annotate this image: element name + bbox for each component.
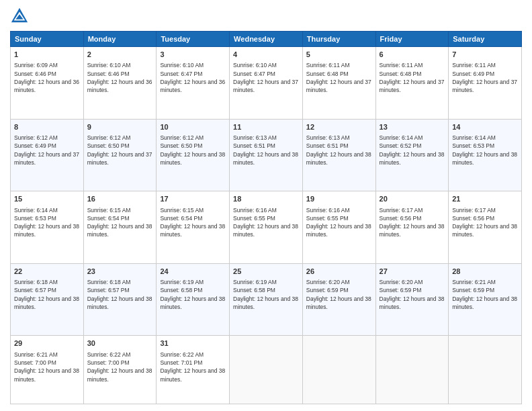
- calendar-cell: 18Sunrise: 6:16 AMSunset: 6:55 PMDayligh…: [230, 191, 303, 264]
- calendar-cell: 16Sunrise: 6:15 AMSunset: 6:54 PMDayligh…: [83, 191, 157, 264]
- calendar-cell: 28Sunrise: 6:21 AMSunset: 6:59 PMDayligh…: [449, 263, 522, 336]
- day-number: 13: [380, 122, 445, 132]
- day-info: Sunrise: 6:16 AMSunset: 6:55 PMDaylight:…: [306, 206, 372, 239]
- day-info: Sunrise: 6:10 AMSunset: 6:47 PMDaylight:…: [160, 61, 226, 94]
- calendar-weekday-tuesday: Tuesday: [157, 32, 230, 47]
- calendar-cell: 31Sunrise: 6:22 AMSunset: 7:01 PMDayligh…: [157, 336, 230, 404]
- day-number: 18: [233, 194, 299, 204]
- day-number: 3: [160, 50, 226, 60]
- calendar-cell: 10Sunrise: 6:12 AMSunset: 6:50 PMDayligh…: [157, 119, 230, 191]
- day-number: 19: [306, 194, 372, 204]
- day-info: Sunrise: 6:12 AMSunset: 6:50 PMDaylight:…: [160, 134, 226, 167]
- day-number: 1: [14, 50, 80, 60]
- calendar-week-row: 22Sunrise: 6:18 AMSunset: 6:57 PMDayligh…: [11, 263, 522, 336]
- day-info: Sunrise: 6:18 AMSunset: 6:57 PMDaylight:…: [14, 278, 80, 311]
- calendar-cell: 23Sunrise: 6:18 AMSunset: 6:57 PMDayligh…: [83, 263, 157, 336]
- day-info: Sunrise: 6:14 AMSunset: 6:53 PMDaylight:…: [452, 134, 518, 167]
- day-number: 27: [380, 267, 445, 277]
- day-number: 16: [87, 194, 153, 204]
- day-info: Sunrise: 6:09 AMSunset: 6:46 PMDaylight:…: [14, 61, 80, 94]
- calendar-cell: 26Sunrise: 6:20 AMSunset: 6:59 PMDayligh…: [302, 263, 375, 336]
- day-number: 23: [87, 267, 153, 277]
- calendar-table: SundayMondayTuesdayWednesdayThursdayFrid…: [10, 31, 522, 404]
- calendar-week-row: 1Sunrise: 6:09 AMSunset: 6:46 PMDaylight…: [11, 47, 522, 120]
- calendar-cell: 1Sunrise: 6:09 AMSunset: 6:46 PMDaylight…: [11, 47, 84, 120]
- day-info: Sunrise: 6:22 AMSunset: 7:01 PMDaylight:…: [160, 351, 226, 383]
- day-number: 8: [14, 122, 80, 132]
- day-info: Sunrise: 6:20 AMSunset: 6:59 PMDaylight:…: [380, 278, 445, 311]
- day-number: 30: [87, 338, 153, 349]
- day-info: Sunrise: 6:15 AMSunset: 6:54 PMDaylight:…: [87, 206, 153, 239]
- calendar-week-row: 29Sunrise: 6:21 AMSunset: 7:00 PMDayligh…: [11, 336, 522, 404]
- page: SundayMondayTuesdayWednesdayThursdayFrid…: [0, 0, 532, 411]
- calendar-weekday-sunday: Sunday: [11, 32, 84, 47]
- day-info: Sunrise: 6:14 AMSunset: 6:52 PMDaylight:…: [380, 134, 445, 167]
- day-number: 25: [233, 267, 299, 277]
- day-info: Sunrise: 6:19 AMSunset: 6:58 PMDaylight:…: [233, 278, 299, 311]
- day-number: 31: [160, 338, 226, 349]
- calendar-cell: 4Sunrise: 6:10 AMSunset: 6:47 PMDaylight…: [230, 47, 303, 120]
- day-number: 21: [452, 194, 518, 204]
- calendar-week-row: 8Sunrise: 6:12 AMSunset: 6:49 PMDaylight…: [11, 119, 522, 191]
- calendar-weekday-monday: Monday: [83, 32, 157, 47]
- calendar-cell: 27Sunrise: 6:20 AMSunset: 6:59 PMDayligh…: [375, 263, 449, 336]
- calendar-cell: 17Sunrise: 6:15 AMSunset: 6:54 PMDayligh…: [157, 191, 230, 264]
- day-info: Sunrise: 6:21 AMSunset: 6:59 PMDaylight:…: [452, 278, 518, 311]
- day-info: Sunrise: 6:17 AMSunset: 6:56 PMDaylight:…: [380, 206, 445, 239]
- calendar-cell: 24Sunrise: 6:19 AMSunset: 6:58 PMDayligh…: [157, 263, 230, 336]
- day-number: 11: [233, 122, 299, 132]
- day-number: 9: [87, 122, 153, 132]
- day-number: 14: [452, 122, 518, 132]
- day-number: 12: [306, 122, 372, 132]
- day-info: Sunrise: 6:16 AMSunset: 6:55 PMDaylight:…: [233, 206, 299, 239]
- calendar-weekday-thursday: Thursday: [302, 32, 375, 47]
- calendar-cell: 29Sunrise: 6:21 AMSunset: 7:00 PMDayligh…: [11, 336, 84, 404]
- calendar-cell: [449, 336, 522, 404]
- day-number: 7: [452, 50, 518, 60]
- day-number: 29: [14, 338, 80, 349]
- day-number: 17: [160, 194, 226, 204]
- calendar-cell: 9Sunrise: 6:12 AMSunset: 6:50 PMDaylight…: [83, 119, 157, 191]
- calendar-cell: 20Sunrise: 6:17 AMSunset: 6:56 PMDayligh…: [375, 191, 449, 264]
- day-number: 26: [306, 267, 372, 277]
- day-info: Sunrise: 6:15 AMSunset: 6:54 PMDaylight:…: [160, 206, 226, 239]
- calendar-cell: 2Sunrise: 6:10 AMSunset: 6:46 PMDaylight…: [83, 47, 157, 120]
- calendar-cell: 11Sunrise: 6:13 AMSunset: 6:51 PMDayligh…: [230, 119, 303, 191]
- calendar-cell: 12Sunrise: 6:13 AMSunset: 6:51 PMDayligh…: [302, 119, 375, 191]
- day-info: Sunrise: 6:12 AMSunset: 6:49 PMDaylight:…: [14, 134, 80, 167]
- header: [10, 7, 522, 26]
- calendar-header-row: SundayMondayTuesdayWednesdayThursdayFrid…: [11, 32, 522, 47]
- day-number: 20: [380, 194, 445, 204]
- day-number: 24: [160, 267, 226, 277]
- day-info: Sunrise: 6:14 AMSunset: 6:53 PMDaylight:…: [14, 206, 80, 239]
- day-info: Sunrise: 6:11 AMSunset: 6:48 PMDaylight:…: [380, 61, 445, 94]
- day-info: Sunrise: 6:22 AMSunset: 7:00 PMDaylight:…: [87, 351, 153, 383]
- day-number: 2: [87, 50, 153, 60]
- day-info: Sunrise: 6:10 AMSunset: 6:47 PMDaylight:…: [233, 61, 299, 94]
- calendar-weekday-wednesday: Wednesday: [230, 32, 303, 47]
- calendar-cell: [230, 336, 303, 404]
- day-info: Sunrise: 6:11 AMSunset: 6:49 PMDaylight:…: [452, 61, 518, 94]
- day-number: 4: [233, 50, 299, 60]
- day-info: Sunrise: 6:10 AMSunset: 6:46 PMDaylight:…: [87, 61, 153, 94]
- calendar-cell: [375, 336, 449, 404]
- day-info: Sunrise: 6:20 AMSunset: 6:59 PMDaylight:…: [306, 278, 372, 311]
- calendar-cell: 8Sunrise: 6:12 AMSunset: 6:49 PMDaylight…: [11, 119, 84, 191]
- day-info: Sunrise: 6:21 AMSunset: 7:00 PMDaylight:…: [14, 351, 80, 383]
- calendar-cell: 3Sunrise: 6:10 AMSunset: 6:47 PMDaylight…: [157, 47, 230, 120]
- calendar-weekday-saturday: Saturday: [449, 32, 522, 47]
- calendar-cell: 25Sunrise: 6:19 AMSunset: 6:58 PMDayligh…: [230, 263, 303, 336]
- day-number: 6: [380, 50, 445, 60]
- calendar-cell: 13Sunrise: 6:14 AMSunset: 6:52 PMDayligh…: [375, 119, 449, 191]
- day-info: Sunrise: 6:18 AMSunset: 6:57 PMDaylight:…: [87, 278, 153, 311]
- calendar-cell: 6Sunrise: 6:11 AMSunset: 6:48 PMDaylight…: [375, 47, 449, 120]
- day-number: 10: [160, 122, 226, 132]
- day-number: 5: [306, 50, 372, 60]
- day-info: Sunrise: 6:17 AMSunset: 6:56 PMDaylight:…: [452, 206, 518, 239]
- day-info: Sunrise: 6:19 AMSunset: 6:58 PMDaylight:…: [160, 278, 226, 311]
- logo-icon: [10, 7, 29, 26]
- day-number: 15: [14, 194, 80, 204]
- calendar-cell: 22Sunrise: 6:18 AMSunset: 6:57 PMDayligh…: [11, 263, 84, 336]
- calendar-cell: 14Sunrise: 6:14 AMSunset: 6:53 PMDayligh…: [449, 119, 522, 191]
- calendar-cell: 30Sunrise: 6:22 AMSunset: 7:00 PMDayligh…: [83, 336, 157, 404]
